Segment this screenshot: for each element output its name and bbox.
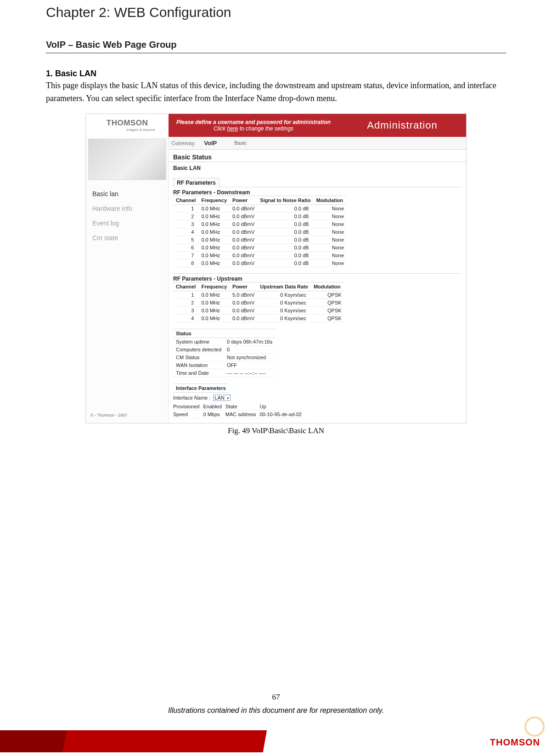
- chapter-title: Chapter 2: WEB Configuration: [46, 0, 506, 20]
- sidebar-item-basic-lan[interactable]: Basic lan: [86, 186, 168, 201]
- subtab-basic[interactable]: Basic: [226, 140, 247, 146]
- status-key: Computers detected: [173, 345, 224, 353]
- cell-channel: 1: [173, 204, 198, 212]
- footer-bar: THOMSON: [0, 730, 552, 756]
- subsection-title: 1. Basic LAN: [46, 69, 506, 79]
- page-heading-basic-lan: Basic LAN: [169, 162, 466, 176]
- iface-speed-v: 0 Mbps: [203, 410, 225, 418]
- iface-mac-k: MAC address: [225, 410, 260, 418]
- rf-parameters-tab[interactable]: RF Parameters: [173, 178, 220, 187]
- sidebar-item-cm-state[interactable]: Cm state: [86, 231, 168, 245]
- admin-title: Administration: [338, 114, 466, 137]
- col-power: Power: [230, 282, 257, 291]
- table-row: 20.0 MHz0.0 dBmV0.0 dBNone: [173, 212, 346, 220]
- cell-channel: 2: [173, 212, 198, 220]
- cell-channel: 4: [173, 314, 198, 322]
- cell-frequency: 0.0 MHz: [198, 251, 230, 259]
- admin-warning-banner: Please define a username and password fo…: [169, 114, 338, 137]
- iface-state-k: State: [225, 403, 260, 411]
- admin-warning-here-link[interactable]: here: [227, 125, 238, 132]
- cell-frequency: 0.0 MHz: [198, 228, 230, 236]
- iface-grid: Provisioned Enabled State Up Speed 0 Mbp…: [173, 403, 305, 418]
- cell-power: 0.0 dBmV: [230, 228, 257, 236]
- sidebar-item-event-log[interactable]: Event log: [86, 216, 168, 231]
- iface-name-label: Interface Name :: [173, 395, 210, 401]
- embedded-screenshot: THOMSON images & beyond Please define a …: [85, 113, 467, 423]
- cell-frequency: 0.0 MHz: [198, 291, 230, 299]
- cell-frequency: 0.0 MHz: [198, 299, 230, 306]
- vendor-logo-word: THOMSON: [107, 118, 148, 128]
- cell-channel: 8: [173, 259, 198, 267]
- rf-upstream-table: Channel Frequency Power Upstream Data Ra…: [173, 282, 344, 322]
- cell-channel: 7: [173, 251, 198, 259]
- status-key: System uptime: [173, 338, 224, 345]
- figure-caption: Fig. 49 VoIP\Basic\Basic LAN: [46, 426, 506, 435]
- footer-ring-icon: [524, 717, 545, 737]
- admin-warning-line2-pre: Click: [214, 125, 227, 132]
- cell-frequency: 0.0 MHz: [198, 306, 230, 314]
- cell-modulation: None: [313, 259, 346, 267]
- sidebar-copyright: © - Thomson - 2007: [86, 408, 168, 423]
- cell-channel: 3: [173, 220, 198, 228]
- admin-warning-line2-post: to change the settings: [238, 125, 293, 132]
- status-value: --- --- -- --:--:-- ----: [224, 369, 275, 377]
- iface-speed-k: Speed: [173, 410, 203, 418]
- iface-name-select[interactable]: LAN ▾: [213, 395, 230, 401]
- table-row: 30.0 MHz0.0 dBmV0 Ksym/secQPSK: [173, 306, 344, 314]
- cell-snr: 0.0 dB: [257, 204, 313, 212]
- rf-downstream-table: Channel Frequency Power Signal to Noise …: [173, 196, 346, 267]
- iface-provisioned-v: Enabled: [203, 403, 225, 411]
- rf-upstream-title: RF Parameters - Upstream: [173, 273, 462, 282]
- cell-frequency: 0.0 MHz: [198, 220, 230, 228]
- cell-power: 0.0 dBmV: [230, 299, 257, 306]
- tab-voip[interactable]: VoIP: [204, 140, 217, 147]
- cell-modulation: QPSK: [311, 291, 344, 299]
- cell-channel: 3: [173, 306, 198, 314]
- status-value: OFF: [224, 361, 275, 369]
- table-row: 10.0 MHz5.0 dBmV0 Ksym/secQPSK: [173, 291, 344, 299]
- sidebar-hero-image: [88, 139, 166, 180]
- table-row: 40.0 MHz0.0 dBmV0.0 dBNone: [173, 228, 346, 236]
- table-row: 50.0 MHz0.0 dBmV0.0 dBNone: [173, 236, 346, 243]
- status-title: Status: [173, 329, 275, 338]
- cell-modulation: None: [313, 220, 346, 228]
- cell-modulation: None: [313, 204, 346, 212]
- cell-channel: 4: [173, 228, 198, 236]
- table-row: Computers detected0: [173, 345, 275, 353]
- table-row: 70.0 MHz0.0 dBmV0.0 dBNone: [173, 251, 346, 259]
- cell-power: 0.0 dBmV: [230, 314, 257, 322]
- cell-channel: 1: [173, 291, 198, 299]
- iface-mac-v: 00-10-95-de-ad-02: [260, 410, 306, 418]
- col-frequency: Frequency: [198, 282, 230, 291]
- col-modulation: Modulation: [311, 282, 344, 291]
- vendor-logo: THOMSON images & beyond: [86, 114, 169, 137]
- cell-modulation: QPSK: [311, 314, 344, 322]
- status-value: Not synchronized: [224, 353, 275, 361]
- iface-state-v: Up: [260, 403, 306, 411]
- cell-modulation: None: [313, 243, 346, 251]
- cell-snr: 0.0 dB: [257, 259, 313, 267]
- cell-power: 0.0 dBmV: [230, 243, 257, 251]
- vendor-logo-tagline: images & beyond: [100, 128, 155, 132]
- cell-power: 0.0 dBmV: [230, 204, 257, 212]
- cell-frequency: 0.0 MHz: [198, 204, 230, 212]
- cell-rate: 0 Ksym/sec: [257, 299, 311, 306]
- col-channel: Channel: [173, 196, 198, 204]
- section-title: VoIP – Basic Web Page Group: [46, 39, 506, 53]
- cell-modulation: QPSK: [311, 299, 344, 306]
- cell-rate: 0 Ksym/sec: [257, 291, 311, 299]
- cell-frequency: 0.0 MHz: [198, 236, 230, 243]
- cell-modulation: None: [313, 212, 346, 220]
- status-table: Status System uptime0 days 06h:47m:16sCo…: [173, 329, 275, 377]
- col-power: Power: [230, 196, 257, 204]
- cell-frequency: 0.0 MHz: [198, 314, 230, 322]
- sidebar-item-hardware-info[interactable]: Hardware info: [86, 201, 168, 216]
- cell-power: 0.0 dBmV: [230, 236, 257, 243]
- tab-gateway[interactable]: Gateway: [171, 140, 195, 147]
- cell-modulation: None: [313, 251, 346, 259]
- sidebar: Basic lan Hardware info Event log Cm sta…: [86, 137, 169, 423]
- table-row: 10.0 MHz0.0 dBmV0.0 dBNone: [173, 204, 346, 212]
- footer-vendor-logo: THOMSON: [490, 737, 540, 748]
- rf-downstream-title: RF Parameters - Downstream: [173, 187, 462, 196]
- body-paragraph: This page displays the basic LAN status …: [46, 79, 506, 105]
